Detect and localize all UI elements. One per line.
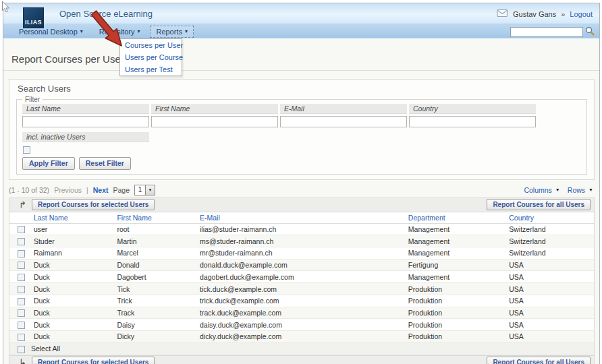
row-checkbox[interactable] xyxy=(18,238,25,245)
table-cell: Produktion xyxy=(406,319,506,331)
table-cell: Martin xyxy=(114,235,197,247)
table-cell: Marcel xyxy=(114,247,197,260)
filter-input-last-name[interactable] xyxy=(22,116,149,127)
table-cell: Studer xyxy=(31,235,115,247)
menu-item-users-per-course[interactable]: Users per Course xyxy=(120,51,182,63)
row-checkbox[interactable] xyxy=(18,262,25,269)
ilias-logo[interactable]: ILIAS xyxy=(23,7,44,28)
table-cell: user xyxy=(31,223,115,235)
corner-arrow-down-right-icon: ↳ xyxy=(19,358,26,364)
table-cell: Donald xyxy=(114,259,197,271)
previous-link[interactable]: Previous xyxy=(54,186,82,194)
logout-link[interactable]: Logout xyxy=(570,10,593,18)
row-checkbox[interactable] xyxy=(18,274,25,281)
filter-label: Last Name xyxy=(22,104,149,114)
select-all-row: Select All xyxy=(9,342,594,355)
table-cell: Duck xyxy=(31,283,115,295)
nav-item-repository[interactable]: Repository▾ xyxy=(93,26,146,38)
filter-input-country[interactable] xyxy=(409,116,536,127)
next-link[interactable]: Next xyxy=(93,186,109,194)
users-table: ↱ Report Courses for selected Users Repo… xyxy=(9,198,595,364)
table-cell: tick.duck@example.com xyxy=(197,283,406,295)
menu-item-courses-per-user[interactable]: Courses per User xyxy=(120,39,182,51)
nav-item-label: Repository xyxy=(99,28,135,36)
page-select-arrow-icon[interactable]: ▼ xyxy=(145,185,155,195)
reports-dropdown-menu: Courses per UserUsers per CourseUsers pe… xyxy=(119,38,182,76)
table-cell: USA xyxy=(506,283,594,295)
apply-filter-button[interactable]: Apply Filter xyxy=(22,157,75,170)
page-select[interactable]: 1 ▼ xyxy=(134,185,155,195)
columns-caret-icon[interactable]: ▼ xyxy=(555,187,560,192)
sort-department[interactable]: Department xyxy=(408,214,445,222)
rows-caret-icon[interactable]: ▼ xyxy=(589,187,593,192)
table-cell: Produktion xyxy=(406,307,506,319)
columns-selector[interactable]: Columns xyxy=(524,186,551,194)
panel-heading: Search Users xyxy=(18,84,587,94)
sort-country[interactable]: Country xyxy=(509,214,534,222)
table-row: DuckDickydicky.duck@example.comProduktio… xyxy=(9,331,594,343)
header-bar: ILIAS Open Source eLearning Gustav Gans … xyxy=(3,3,599,24)
table-cell: Produktion xyxy=(406,283,506,295)
table-row: DuckDaisydaisy.duck@example.comProduktio… xyxy=(9,319,594,331)
nav-item-label: Personal Desktop xyxy=(19,28,78,36)
table-header-row: Last Name First Name E-Mail Department C… xyxy=(9,212,594,224)
table-cell: Duck xyxy=(31,319,115,331)
table-cell: ilias@studer-raimann.ch xyxy=(197,223,406,235)
table-cell: Trick xyxy=(114,295,197,307)
table-cell: track.duck@example.com xyxy=(197,307,406,319)
search-input[interactable] xyxy=(510,27,583,37)
nav-item-reports[interactable]: Reports▾ xyxy=(150,26,194,38)
app-title: Open Source eLearning xyxy=(59,9,153,19)
filter-input-e-mail[interactable] xyxy=(280,116,407,127)
row-checkbox[interactable] xyxy=(18,226,25,233)
table-cell: Duck xyxy=(31,271,115,283)
reset-filter-button[interactable]: Reset Filter xyxy=(79,157,131,170)
table-cell: dagobert.duck@example.com xyxy=(197,271,406,283)
result-range: (1 - 10 of 32) xyxy=(9,186,49,194)
table-cell: USA xyxy=(506,331,594,343)
table-cell: daisy.duck@example.com xyxy=(197,319,406,331)
table-cell: Management xyxy=(406,235,506,247)
table-cell: Management xyxy=(406,223,506,235)
mail-icon[interactable] xyxy=(497,9,508,19)
inactive-users-checkbox[interactable] xyxy=(23,146,30,154)
table-cell: ms@studer-raimann.ch xyxy=(197,235,406,247)
search-icon[interactable] xyxy=(585,26,595,37)
row-checkbox[interactable] xyxy=(18,309,25,317)
table-cell: Duck xyxy=(31,307,115,319)
table-cell: USA xyxy=(506,307,594,319)
table-cell: USA xyxy=(506,271,594,283)
content-area: Report Courses per User Search Users Fil… xyxy=(3,39,599,364)
report-selected-users-button-bottom[interactable]: Report Courses for selected Users xyxy=(32,357,155,364)
report-all-users-button-bottom[interactable]: Report Courses for all Users xyxy=(487,357,591,364)
table-cell: USA xyxy=(506,295,594,307)
sort-last-name[interactable]: Last Name xyxy=(34,214,68,222)
table-row: DuckDagobertdagobert.duck@example.comMan… xyxy=(9,271,594,283)
menu-item-users-per-test[interactable]: Users per Test xyxy=(120,63,182,75)
row-checkbox[interactable] xyxy=(18,286,25,293)
chevron-down-icon: ▾ xyxy=(80,28,83,34)
filter-label: E-Mail xyxy=(280,104,407,114)
report-all-users-button-top[interactable]: Report Courses for all Users xyxy=(487,199,591,210)
main-nav: Personal Desktop▾Repository▾Reports▾ xyxy=(3,24,599,38)
row-checkbox[interactable] xyxy=(18,298,25,305)
chevron-down-icon: ▾ xyxy=(185,28,188,34)
corner-arrow-up-right-icon: ↱ xyxy=(19,200,26,209)
row-checkbox[interactable] xyxy=(18,250,25,257)
table-cell: mr@studer-raimann.ch xyxy=(197,247,406,260)
filter-input-first-name[interactable] xyxy=(151,116,278,127)
page-title: Report Courses per User xyxy=(3,39,599,71)
row-checkbox[interactable] xyxy=(18,322,25,329)
sort-first-name[interactable]: First Name xyxy=(117,214,151,222)
filter-legend: Filter xyxy=(22,96,43,103)
select-all-checkbox[interactable] xyxy=(18,346,25,353)
table-cell: Produktion xyxy=(406,331,506,343)
report-selected-users-button-top[interactable]: Report Courses for selected Users xyxy=(32,199,155,210)
row-checkbox[interactable] xyxy=(18,334,25,341)
table-row: DuckTricktrick.duck@example.comProduktio… xyxy=(9,295,594,307)
chevron-down-icon: ▾ xyxy=(137,28,140,34)
sort-email[interactable]: E-Mail xyxy=(200,214,220,222)
rows-selector[interactable]: Rows xyxy=(568,186,585,194)
table-cell: Duck xyxy=(31,331,115,343)
table-cell: Dicky xyxy=(114,331,197,343)
